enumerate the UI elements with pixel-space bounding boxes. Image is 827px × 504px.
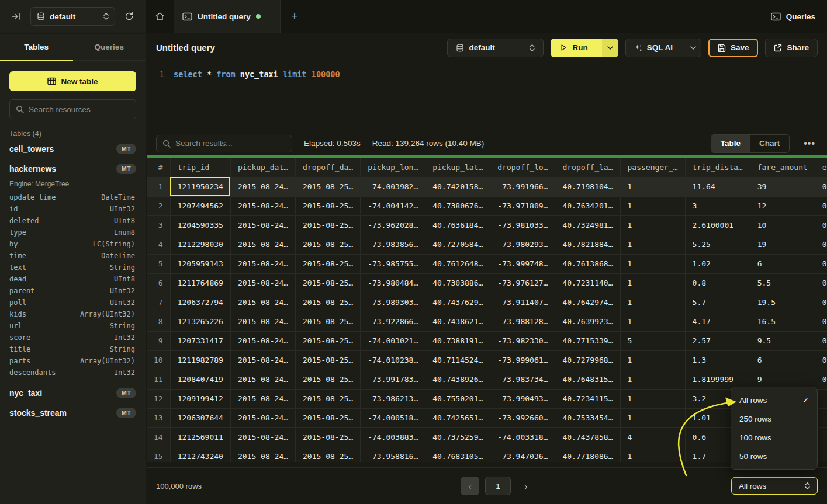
column-header-fare_amount[interactable]: fare_amount bbox=[750, 158, 815, 177]
table-cell[interactable]: 6 bbox=[147, 273, 170, 293]
page-size-selector[interactable]: All rows bbox=[731, 477, 818, 495]
table-cell[interactable]: 40.7636184… bbox=[425, 215, 490, 235]
table-cell[interactable]: 40.7438926… bbox=[425, 370, 490, 389]
table-cell[interactable]: 1207494562 bbox=[170, 196, 230, 215]
schema-column-row[interactable]: descendantsInt32 bbox=[0, 367, 146, 378]
table-cell[interactable]: 40.7718086… bbox=[555, 447, 620, 462]
table-cell[interactable]: -73.922866… bbox=[361, 312, 425, 331]
table-cell[interactable]: 0.8 bbox=[685, 273, 750, 293]
table-cell[interactable]: 40.7380676… bbox=[425, 196, 490, 215]
schema-column-row[interactable]: idUInt32 bbox=[0, 203, 146, 215]
table-cell[interactable]: -73.986213… bbox=[361, 389, 425, 408]
column-header-#[interactable]: # bbox=[147, 158, 170, 177]
table-cell[interactable]: 1209199412 bbox=[170, 389, 230, 408]
table-cell[interactable]: 2015-08-25… bbox=[296, 293, 361, 312]
table-cell[interactable]: 16.5 bbox=[750, 312, 815, 331]
table-cell[interactable]: 5 bbox=[147, 254, 170, 273]
table-cell[interactable]: 1 bbox=[147, 177, 170, 196]
schema-column-row[interactable]: partsArray(UInt32) bbox=[0, 355, 146, 367]
table-cell[interactable]: -74.003982… bbox=[361, 177, 425, 196]
table-cell[interactable]: 2015-08-24… bbox=[230, 389, 295, 408]
table-cell[interactable]: 40.7279968… bbox=[555, 350, 620, 370]
more-options-icon[interactable]: ••• bbox=[801, 138, 818, 149]
sidebar-table-stocks_stream[interactable]: stocks_streamMT bbox=[0, 403, 146, 423]
table-cell[interactable]: 1 bbox=[620, 350, 685, 370]
schema-column-row[interactable]: parentUInt32 bbox=[0, 285, 146, 297]
table-cell[interactable]: -73.981033… bbox=[490, 215, 555, 235]
table-cell[interactable]: -73.990493… bbox=[490, 389, 555, 408]
menu-item-100-rows[interactable]: 100 rows bbox=[731, 428, 817, 447]
next-page-button[interactable]: › bbox=[517, 477, 535, 495]
table-cell[interactable]: 2 bbox=[147, 196, 170, 215]
table-cell[interactable]: 1207331417 bbox=[170, 331, 230, 350]
table-cell[interactable]: -73.999061… bbox=[490, 350, 555, 370]
table-cell[interactable]: 2.6100001 bbox=[685, 215, 750, 235]
table-cell[interactable]: -73.971809… bbox=[490, 196, 555, 215]
save-button[interactable]: Save bbox=[708, 39, 759, 57]
schema-column-row[interactable]: deletedUInt8 bbox=[0, 215, 146, 227]
column-header-dropoff_lo[interactable]: dropoff_lo… bbox=[490, 158, 555, 177]
table-cell[interactable]: 10 bbox=[147, 350, 170, 370]
table-cell[interactable]: 19 bbox=[750, 235, 815, 254]
table-cell[interactable]: -73.980484… bbox=[361, 273, 425, 293]
table-cell[interactable]: -74.003883… bbox=[361, 427, 425, 447]
table-cell[interactable]: 1 bbox=[620, 177, 685, 196]
selected-cell[interactable]: 1211950234 bbox=[170, 177, 230, 196]
view-tab-table[interactable]: Table bbox=[711, 135, 750, 152]
new-table-button[interactable]: New table bbox=[9, 71, 136, 91]
table-cell[interactable]: 14 bbox=[147, 427, 170, 447]
table-cell[interactable]: 40.7613868… bbox=[555, 254, 620, 273]
table-cell[interactable]: 1 bbox=[620, 215, 685, 235]
table-cell[interactable]: 6 bbox=[750, 350, 815, 370]
schema-column-row[interactable]: kidsArray(UInt32) bbox=[0, 308, 146, 320]
table-cell[interactable]: 2015-08-24… bbox=[230, 196, 295, 215]
results-search-input[interactable] bbox=[175, 139, 286, 148]
table-cell[interactable]: 2.57 bbox=[685, 331, 750, 350]
schema-column-row[interactable]: scoreInt32 bbox=[0, 332, 146, 343]
table-cell[interactable]: 10 bbox=[750, 215, 815, 235]
table-cell[interactable]: 3 bbox=[685, 196, 750, 215]
table-cell[interactable]: 7 bbox=[147, 293, 170, 312]
table-cell[interactable]: 2015-08-25… bbox=[296, 254, 361, 273]
table-cell[interactable]: 40.7683105… bbox=[425, 447, 490, 462]
sql-ai-button[interactable]: SQL AI bbox=[626, 39, 681, 57]
table-cell[interactable]: 0.5 bbox=[815, 273, 827, 293]
sql-editor[interactable]: 1 select * from nyc_taxi limit 100000 bbox=[147, 61, 827, 131]
table-cell[interactable]: -73.947036… bbox=[490, 447, 555, 462]
table-cell[interactable]: 1 bbox=[620, 196, 685, 215]
table-cell[interactable]: 2015-08-24… bbox=[230, 254, 295, 273]
table-cell[interactable]: 40.7612648… bbox=[425, 254, 490, 273]
column-header-trip_id[interactable]: trip_id bbox=[170, 158, 230, 177]
table-cell[interactable]: 2015-08-25… bbox=[296, 215, 361, 235]
table-cell[interactable]: 9 bbox=[147, 331, 170, 350]
table-cell[interactable]: 39 bbox=[750, 177, 815, 196]
table-cell[interactable]: -73.999748… bbox=[490, 254, 555, 273]
column-header-trip_dista[interactable]: trip_dista… bbox=[685, 158, 750, 177]
table-cell[interactable]: 1212298030 bbox=[170, 235, 230, 254]
table-cell[interactable]: 0.5 bbox=[815, 331, 827, 350]
sidebar-tab-queries[interactable]: Queries bbox=[73, 34, 146, 60]
table-cell[interactable]: 5.25 bbox=[685, 235, 750, 254]
current-page[interactable]: 1 bbox=[485, 477, 511, 495]
table-cell[interactable]: -73.989303… bbox=[361, 293, 425, 312]
table-cell[interactable]: 40.7388191… bbox=[425, 331, 490, 350]
table-cell[interactable]: 4 bbox=[147, 235, 170, 254]
schema-column-row[interactable]: deadUInt8 bbox=[0, 273, 146, 285]
schema-column-row[interactable]: timeDateTime bbox=[0, 250, 146, 262]
table-cell[interactable]: 0.5 bbox=[815, 293, 827, 312]
table-cell[interactable]: 1 bbox=[620, 293, 685, 312]
table-cell[interactable]: -73.991783… bbox=[361, 370, 425, 389]
table-cell[interactable]: 2015-08-24… bbox=[230, 331, 295, 350]
table-cell[interactable]: 9.5 bbox=[750, 331, 815, 350]
sidebar-tab-tables[interactable]: Tables bbox=[0, 34, 73, 60]
schema-column-row[interactable]: titleString bbox=[0, 343, 146, 355]
table-cell[interactable]: 40.7642974… bbox=[555, 293, 620, 312]
table-cell[interactable]: 40.7648315… bbox=[555, 370, 620, 389]
table-cell[interactable]: 2015-08-25… bbox=[296, 370, 361, 389]
table-cell[interactable]: 2015-08-24… bbox=[230, 215, 295, 235]
schema-column-row[interactable]: urlString bbox=[0, 320, 146, 332]
table-cell[interactable]: 1.3 bbox=[685, 350, 750, 370]
table-cell[interactable]: 1212743240 bbox=[170, 447, 230, 462]
table-cell[interactable]: -73.958816… bbox=[361, 447, 425, 462]
schema-column-row[interactable]: pollUInt32 bbox=[0, 297, 146, 308]
